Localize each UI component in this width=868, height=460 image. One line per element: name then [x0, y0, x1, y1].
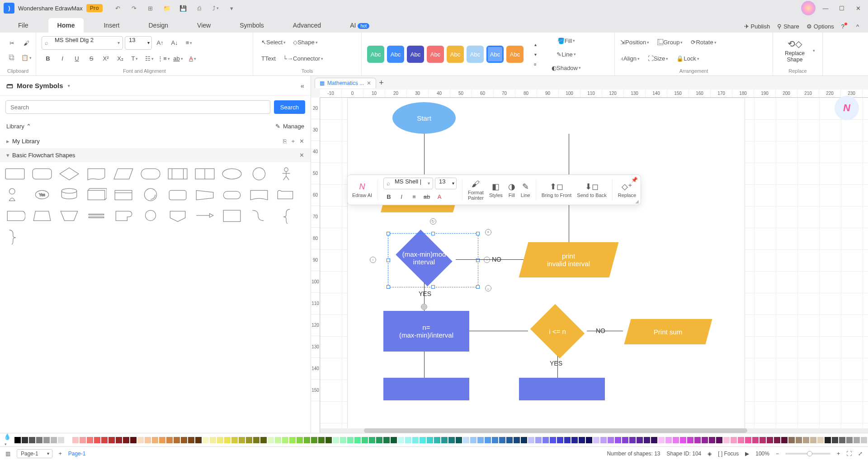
save-button[interactable]: 💾 [177, 2, 189, 14]
presentation-icon[interactable]: ▶ [745, 451, 749, 457]
color-swatch[interactable] [665, 437, 672, 443]
color-swatch[interactable] [376, 437, 382, 443]
color-swatch[interactable] [499, 437, 505, 443]
color-swatch[interactable] [333, 437, 339, 443]
position-button[interactable]: ⇲ Position▾ [620, 36, 649, 49]
shape-stencil[interactable] [167, 207, 188, 224]
shape-stencil[interactable] [167, 187, 188, 203]
manage-link[interactable]: Manage [283, 123, 304, 130]
color-swatch[interactable] [239, 437, 245, 443]
text-highlight-button[interactable]: ab▾ [172, 52, 184, 65]
undo-button[interactable]: ↶ [112, 2, 124, 14]
color-swatch[interactable] [492, 437, 498, 443]
qat-more-button[interactable]: ▾ [226, 2, 238, 14]
color-swatch[interactable] [137, 437, 144, 443]
shape-stencil[interactable]: Yes [32, 187, 52, 203]
float-send-back[interactable]: ⬇◻Send to Back [577, 182, 606, 198]
color-swatch[interactable] [637, 437, 643, 443]
color-swatch[interactable] [608, 437, 614, 443]
connector-line[interactable] [424, 352, 425, 379]
shape-stencil[interactable] [276, 187, 297, 203]
text-tool-button[interactable]: T Text [259, 52, 278, 65]
page-link[interactable]: Page-1 [68, 451, 86, 457]
color-swatch[interactable] [470, 437, 476, 443]
subscript-button[interactable]: X₂ [114, 52, 127, 65]
color-swatch[interactable] [130, 437, 137, 443]
color-swatch[interactable] [210, 437, 216, 443]
float-replace[interactable]: ◇⁺Replace [618, 182, 636, 198]
color-swatch[interactable] [123, 437, 129, 443]
shape-stencil[interactable] [249, 166, 269, 182]
layers-icon[interactable]: ◈ [708, 451, 712, 457]
connector-line[interactable] [557, 356, 558, 379]
group-button[interactable]: ⿺ Group▾ [657, 36, 683, 49]
color-swatch[interactable] [369, 437, 375, 443]
shape-stencil[interactable] [5, 187, 25, 203]
select-tool-button[interactable]: ↖ Select ▾ [259, 36, 288, 49]
close-section-button[interactable]: ✕ [299, 152, 304, 159]
color-swatch[interactable] [593, 437, 599, 443]
color-swatch[interactable] [145, 437, 151, 443]
add-button[interactable]: + [291, 138, 295, 145]
color-swatch[interactable] [427, 437, 433, 443]
swatch-scroll-down[interactable]: ▾ [529, 50, 542, 58]
color-swatch[interactable] [723, 437, 730, 443]
shape-stencil[interactable] [276, 207, 297, 224]
copy-button[interactable]: ⿻ [5, 52, 18, 64]
import-button[interactable]: ⎘ [283, 138, 287, 145]
zoom-slider[interactable] [785, 453, 830, 455]
color-swatch[interactable] [528, 437, 534, 443]
color-swatch[interactable] [716, 437, 722, 443]
color-swatch[interactable] [101, 437, 108, 443]
font-family-select[interactable]: ⌕ MS Shell Dlg 2 ▾ [42, 36, 123, 50]
color-swatch[interactable] [391, 437, 397, 443]
float-line[interactable]: ✎Line [521, 182, 530, 198]
color-swatch[interactable] [586, 437, 592, 443]
strikethrough-button[interactable]: S [85, 52, 98, 65]
print-sum-node[interactable]: Print sum [624, 319, 712, 344]
cut-button[interactable]: ✂ [5, 37, 18, 50]
color-swatch[interactable] [745, 437, 751, 443]
style-swatch[interactable]: Abc [467, 46, 484, 63]
float-fontcolor-button[interactable]: A [434, 191, 445, 202]
color-swatch[interactable] [22, 437, 28, 443]
align-button[interactable]: ⫞ Align▾ [620, 52, 640, 65]
color-swatch[interactable] [564, 437, 571, 443]
color-swatch[interactable] [275, 437, 281, 443]
color-swatch[interactable] [195, 437, 202, 443]
minimize-button[interactable]: — [819, 2, 832, 14]
color-swatch[interactable] [506, 437, 513, 443]
color-swatch[interactable] [217, 437, 223, 443]
shape-stencil[interactable] [276, 166, 297, 182]
color-swatch[interactable] [231, 437, 238, 443]
color-swatch[interactable] [434, 437, 440, 443]
my-library-section[interactable]: My Library [12, 138, 40, 145]
focus-button[interactable]: [ ] Focus [718, 451, 739, 457]
color-swatch[interactable] [420, 437, 426, 443]
basic-flowchart-section[interactable]: Basic Flowchart Shapes [12, 152, 75, 159]
shape-stencil[interactable] [59, 187, 80, 203]
swatch-more[interactable]: ≡ [529, 60, 542, 68]
shape-stencil[interactable] [222, 166, 242, 182]
color-swatch[interactable] [781, 437, 788, 443]
float-format-painter[interactable]: 🖌Format Painter [468, 179, 484, 201]
shape-stencil[interactable] [194, 166, 215, 182]
color-swatch[interactable] [521, 437, 527, 443]
maximize-button[interactable]: ☐ [835, 2, 848, 14]
menu-design[interactable]: Design [139, 18, 177, 33]
horizontal-scrollbar[interactable] [320, 428, 868, 433]
menu-insert[interactable]: Insert [94, 18, 128, 33]
color-swatch[interactable] [694, 437, 701, 443]
remove-button[interactable]: ✕ [299, 138, 304, 145]
color-swatch[interactable] [282, 437, 288, 443]
open-button[interactable]: 📁 [160, 2, 173, 14]
color-swatch[interactable] [441, 437, 448, 443]
color-swatch[interactable] [405, 437, 411, 443]
size-button[interactable]: ⛶ Size▾ [648, 52, 668, 65]
color-swatch[interactable] [174, 437, 180, 443]
menu-symbols[interactable]: Symbols [231, 18, 273, 33]
connector-line[interactable] [587, 331, 623, 331]
numbered-list-button[interactable]: ☷▾ [143, 52, 156, 65]
shape-stencil[interactable] [32, 207, 52, 224]
color-swatch[interactable] [680, 437, 686, 443]
